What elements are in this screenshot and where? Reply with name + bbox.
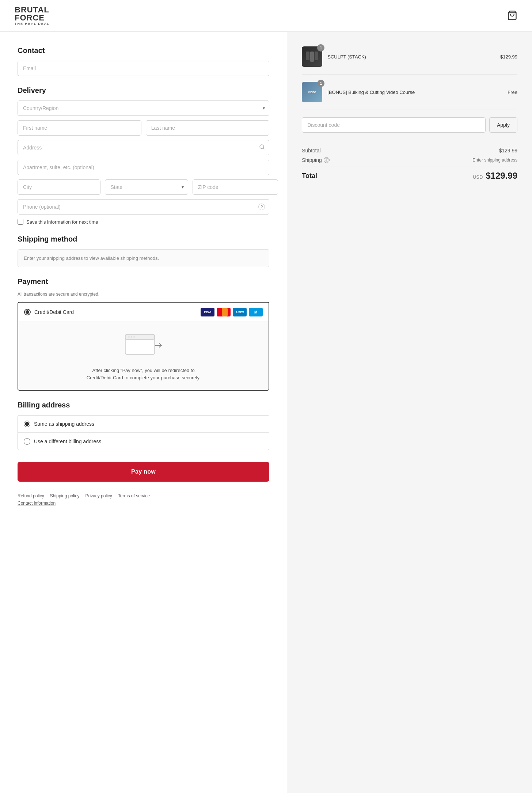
subtotal-label: Subtotal — [302, 148, 320, 153]
logo-tagline: THE REAL DEAL — [15, 22, 50, 26]
first-name-input[interactable] — [18, 120, 141, 136]
item-2-name: [BONUS] Bulking & Cutting Video Course — [327, 90, 502, 95]
shipping-section: Shipping method Enter your shipping addr… — [18, 235, 269, 267]
item-2-price: Free — [508, 90, 517, 95]
payment-title: Payment — [18, 277, 269, 286]
apartment-wrapper — [18, 160, 269, 175]
last-name-input[interactable] — [146, 120, 270, 136]
apartment-input[interactable] — [18, 160, 269, 175]
svg-point-7 — [133, 336, 135, 338]
discount-row: Apply — [302, 117, 517, 140]
footer-link-privacy[interactable]: Privacy policy — [85, 493, 112, 498]
redirect-svg — [122, 331, 166, 360]
save-info-checkbox[interactable] — [18, 219, 23, 225]
city-state-zip-row: State Alabama Alaska Arizona California … — [18, 179, 269, 195]
logo: BRUTAL FORCE THE REAL DEAL — [15, 6, 50, 26]
zip-input-wrapper — [193, 179, 278, 195]
svg-line-2 — [263, 148, 264, 149]
footer-link-shipping[interactable]: Shipping policy — [50, 493, 80, 498]
city-input-wrapper — [18, 179, 100, 195]
delivery-section: Delivery Country/Region United States Un… — [18, 86, 269, 225]
total-label: Total — [302, 172, 317, 180]
address-input[interactable] — [18, 140, 269, 155]
payment-option-card[interactable]: Credit/Debit Card VISA AMEX M — [18, 302, 269, 391]
address-wrapper — [18, 140, 269, 155]
shipping-note: Enter shipping address — [472, 158, 517, 163]
item-1-price: $129.99 — [500, 54, 517, 60]
order-totals: Subtotal $129.99 Shipping ⓘ Enter shippi… — [302, 148, 517, 181]
subtotal-value: $129.99 — [499, 148, 517, 153]
header: BRUTAL FORCE THE REAL DEAL — [0, 0, 532, 32]
visa-icon: VISA — [201, 308, 214, 316]
redirect-text: After clicking "Pay now", you will be re… — [81, 367, 206, 381]
discount-input[interactable] — [302, 117, 486, 133]
shipping-info-text: Enter your shipping address to view avai… — [24, 255, 159, 261]
redirect-illustration — [122, 331, 166, 361]
shipping-title: Shipping method — [18, 235, 269, 243]
right-column: 1 SCULPT (STACK) $129.99 VIDEO 1 [BONUS]… — [287, 32, 532, 793]
search-icon — [259, 144, 265, 151]
item-1-badge: 1 — [317, 44, 324, 52]
contact-title: Contact — [18, 46, 269, 55]
billing-option: Same as shipping address Use a different… — [18, 415, 269, 450]
item-2-image-wrap: VIDEO 1 — [302, 82, 322, 102]
pay-now-button[interactable]: Pay now — [18, 462, 269, 482]
save-info-row: Save this information for next time — [18, 219, 269, 225]
state-select-wrapper: State Alabama Alaska Arizona California … — [105, 179, 188, 195]
shipping-row: Shipping ⓘ Enter shipping address — [302, 157, 517, 163]
same-as-shipping-radio[interactable] — [24, 421, 30, 427]
total-value-group: USD $129.99 — [473, 171, 517, 181]
logo-line1: BRUTAL — [15, 6, 50, 14]
shipping-info-icon[interactable]: ⓘ — [324, 157, 330, 163]
delivery-title: Delivery — [18, 86, 269, 95]
subtotal-row: Subtotal $129.99 — [302, 148, 517, 153]
svg-point-5 — [128, 336, 130, 338]
same-as-shipping-label: Same as shipping address — [34, 421, 94, 427]
total-value: $129.99 — [486, 171, 517, 181]
card-icons: VISA AMEX M — [201, 308, 263, 316]
footer-links-row2: Contact information — [18, 501, 269, 506]
save-info-label: Save this information for next time — [26, 219, 98, 225]
email-wrapper — [18, 61, 269, 76]
payment-option-header: Credit/Debit Card VISA AMEX M — [18, 303, 269, 322]
amex-icon: AMEX — [233, 308, 247, 316]
phone-help-icon[interactable]: ? — [258, 204, 265, 210]
shipping-label: Shipping ⓘ — [302, 157, 330, 163]
item-1-name: SCULPT (STACK) — [327, 54, 495, 60]
phone-wrapper: ? — [18, 199, 269, 215]
order-item-1: 1 SCULPT (STACK) $129.99 — [302, 46, 517, 75]
footer-link-terms[interactable]: Terms of service — [118, 493, 150, 498]
billing-title: Billing address — [18, 401, 269, 409]
city-input[interactable] — [18, 179, 100, 195]
different-billing-label: Use a different billing address — [34, 439, 101, 444]
mastercard-icon — [217, 308, 231, 316]
different-billing-radio[interactable] — [24, 438, 30, 445]
email-input[interactable] — [18, 61, 269, 76]
item-1-image-wrap: 1 — [302, 46, 322, 67]
name-row — [18, 120, 269, 136]
apply-button[interactable]: Apply — [489, 117, 517, 133]
main-content: Contact Delivery Country/Region United S… — [0, 32, 532, 793]
payment-subtitle: All transactions are secure and encrypte… — [18, 292, 269, 297]
zip-input[interactable] — [193, 179, 278, 195]
left-column: Contact Delivery Country/Region United S… — [0, 32, 287, 793]
footer-links: Refund policy Shipping policy Privacy po… — [18, 493, 269, 498]
payment-redirect-box: After clicking "Pay now", you will be re… — [18, 322, 269, 390]
phone-input[interactable] — [18, 199, 269, 215]
payment-radio-icon — [24, 309, 31, 315]
payment-section: Payment All transactions are secure and … — [18, 277, 269, 391]
contact-section: Contact — [18, 46, 269, 76]
country-select[interactable]: Country/Region United States United King… — [18, 100, 269, 116]
svg-point-6 — [131, 336, 132, 338]
footer-link-refund[interactable]: Refund policy — [18, 493, 44, 498]
state-select[interactable]: State Alabama Alaska Arizona California … — [105, 179, 188, 195]
country-select-wrapper: Country/Region United States United King… — [18, 100, 269, 116]
same-as-shipping-row[interactable]: Same as shipping address — [18, 416, 269, 433]
cart-icon — [507, 10, 517, 20]
payment-option-label: Credit/Debit Card — [34, 309, 74, 315]
cart-button[interactable] — [507, 10, 517, 22]
shipping-info-box: Enter your shipping address to view avai… — [18, 249, 269, 267]
different-billing-row[interactable]: Use a different billing address — [18, 433, 269, 450]
total-row: Total USD $129.99 — [302, 167, 517, 181]
footer-link-contact[interactable]: Contact information — [18, 501, 56, 506]
